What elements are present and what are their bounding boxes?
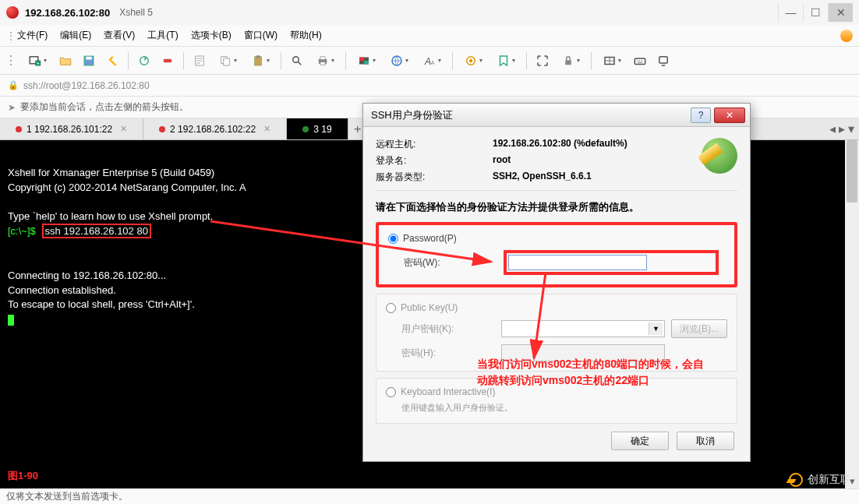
connect-button[interactable] [101, 50, 123, 72]
menu-edit[interactable]: 编辑(E) [54, 26, 97, 45]
auth-password-group: Password(P) 密码(W): [376, 222, 737, 287]
label-server-type: 服务器类型: [376, 171, 493, 184]
key-icon [698, 135, 739, 175]
menu-file[interactable]: 文件(F) [11, 26, 54, 45]
annotation-text: 当我们访问vms002主机的80端口的时候，会自动跳转到访问vms002主机的2… [477, 356, 704, 389]
save-button[interactable] [78, 50, 100, 72]
tab-session-1[interactable]: 1 192.168.26.101:22 ✕ [0, 118, 143, 139]
browse-button[interactable]: 浏览(B)... [671, 319, 727, 338]
tab-close-icon[interactable]: ✕ [263, 124, 270, 134]
menu-view[interactable]: 查看(V) [97, 26, 141, 45]
password-radio[interactable] [388, 234, 398, 244]
status-dot-icon [16, 126, 22, 132]
layout-button[interactable]: ▾ [596, 50, 627, 72]
fullscreen-button[interactable] [532, 50, 553, 72]
new-session-button[interactable]: +▾ [22, 50, 53, 72]
tab-session-2[interactable]: 2 192.168.26.102:22 ✕ [143, 118, 287, 139]
password-radio-label: Password(P) [403, 233, 457, 244]
script-button[interactable]: ▾ [490, 50, 521, 72]
watermark: 创新互联 [789, 473, 851, 487]
svg-rect-4 [86, 56, 92, 59]
status-text: 仅将文本发送到当前选项卡。 [6, 490, 128, 503]
reconnect-button[interactable] [133, 50, 155, 72]
window-controls: — ☐ ✕ [778, 3, 853, 22]
password-input[interactable] [508, 255, 647, 270]
print-button[interactable]: ▾ [309, 50, 341, 72]
svg-text:A: A [431, 58, 435, 65]
svg-rect-11 [256, 55, 260, 58]
encoding-button[interactable]: ▾ [384, 50, 415, 72]
publickey-radio[interactable] [386, 303, 396, 313]
address-bar[interactable]: 🔒 ssh://root@192.168.26.102:80 [0, 75, 859, 97]
terminal-line: To escape to local shell, press 'Ctrl+Al… [8, 298, 195, 310]
svg-rect-14 [320, 56, 325, 59]
svg-point-5 [140, 56, 149, 65]
password-label: 密码(W): [388, 256, 497, 270]
properties-button[interactable] [189, 50, 210, 72]
tab-nav: ◂ ▸ ▾ [829, 118, 854, 139]
terminal-line: Connecting to 192.168.26.102:80... [8, 270, 166, 281]
svg-rect-9 [224, 58, 230, 65]
terminal-command-highlight: ssh 192.168.26.102 80 [42, 224, 151, 238]
tab-list-icon[interactable]: ▾ [848, 122, 854, 136]
tab-next-icon[interactable]: ▸ [839, 122, 845, 136]
close-button[interactable]: ✕ [828, 3, 853, 22]
terminal-prompt: [c:\~]$ [8, 225, 36, 237]
svg-rect-6 [164, 58, 172, 62]
menu-bar: ⋮ 文件(F) 编辑(E) 查看(V) 工具(T) 选项卡(B) 窗口(W) 帮… [0, 25, 859, 47]
svg-text:+: + [37, 60, 40, 65]
dialog-close-button[interactable]: ✕ [714, 107, 745, 123]
terminal-line: Xshell for Xmanager Enterprise 5 (Build … [8, 167, 214, 178]
svg-rect-18 [364, 61, 369, 65]
highlight-button[interactable]: ▾ [458, 50, 489, 72]
tab-close-icon[interactable]: ✕ [120, 124, 127, 134]
compose-button[interactable] [652, 50, 674, 72]
paste-button[interactable]: ▾ [245, 50, 276, 72]
tab-label: 1 192.168.26.101:22 [27, 124, 112, 135]
svg-text:A: A [424, 55, 431, 66]
svg-rect-17 [359, 57, 364, 61]
lock-button[interactable]: ▾ [555, 50, 586, 72]
terminal-line: Connection established. [8, 284, 116, 296]
svg-rect-24 [565, 60, 571, 65]
menu-tabs[interactable]: 选项卡(B) [185, 26, 238, 45]
hint-text: 要添加当前会话，点击左侧的箭头按钮。 [20, 100, 189, 114]
dialog-titlebar: SSH用户身份验证 ? ✕ [363, 104, 750, 127]
minimize-button[interactable]: — [778, 3, 803, 22]
tab-label: 2 192.168.26.102:22 [170, 124, 256, 135]
find-button[interactable] [286, 50, 308, 72]
terminal-scrollbar[interactable]: ▾ [845, 140, 859, 488]
value-server-type: SSH2, OpenSSH_6.6.1 [493, 171, 592, 184]
maximize-button[interactable]: ☐ [803, 3, 828, 22]
scrollbar-thumb[interactable] [847, 140, 857, 203]
color-scheme-button[interactable]: ▾ [351, 50, 382, 72]
value-login: root [493, 154, 511, 167]
tab-session-3[interactable]: 3 19 [287, 118, 348, 139]
status-dot-icon [302, 126, 309, 132]
menu-tools[interactable]: 工具(T) [141, 26, 184, 45]
keyboard-button[interactable] [629, 50, 651, 72]
toolbar: ⋮ +▾ ▾ ▾ ▾ ▾ ▾ AA▾ ▾ ▾ ▾ ▾ [0, 47, 859, 75]
figure-label: 图1-90 [8, 469, 38, 484]
svg-rect-10 [255, 56, 262, 65]
open-button[interactable] [55, 50, 76, 72]
watermark-text: 创新互联 [808, 473, 851, 487]
address-text: ssh://root@192.168.26.102:80 [23, 80, 150, 91]
svg-rect-27 [659, 56, 668, 62]
menu-window[interactable]: 窗口(W) [238, 26, 284, 45]
copy-button[interactable]: ▾ [212, 50, 243, 72]
ok-button[interactable]: 确定 [611, 432, 669, 450]
lock-icon: 🔒 [8, 80, 19, 90]
watermark-icon [789, 473, 803, 487]
menu-help[interactable]: 帮助(H) [284, 26, 328, 45]
disconnect-button[interactable] [157, 50, 179, 72]
keyboard-radio[interactable] [386, 387, 396, 397]
password-input-highlight [504, 250, 719, 275]
tab-prev-icon[interactable]: ◂ [829, 122, 836, 136]
font-button[interactable]: AA▾ [416, 50, 447, 72]
userkey-combo[interactable]: ▼ [501, 320, 665, 337]
cancel-button[interactable]: 取消 [677, 432, 734, 450]
dialog-help-button[interactable]: ? [691, 107, 711, 123]
label-login: 登录名: [376, 154, 493, 167]
ssh-auth-dialog: SSH用户身份验证 ? ✕ 远程主机:192.168.26.102:80 (%d… [362, 103, 751, 462]
